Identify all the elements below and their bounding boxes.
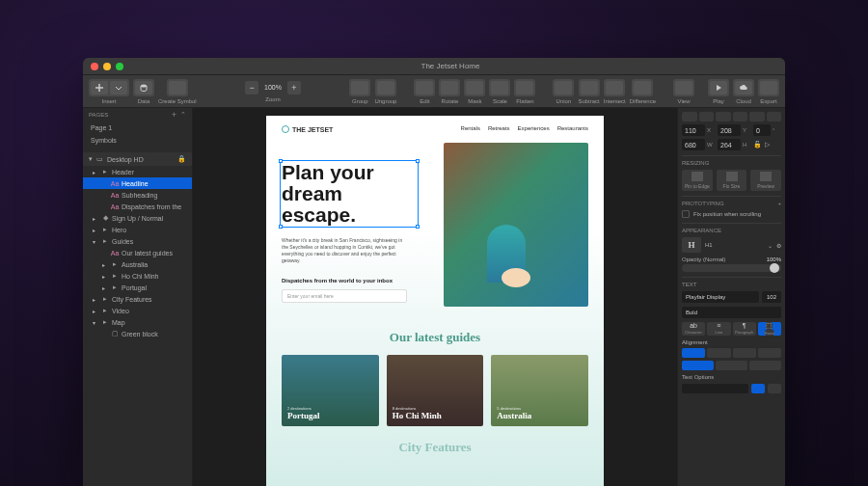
- text-valign-bottom-button[interactable]: [749, 361, 781, 370]
- text-style-select[interactable]: [682, 384, 748, 393]
- resize-handle-tr[interactable]: [416, 159, 420, 163]
- create-symbol-button[interactable]: [169, 81, 186, 94]
- font-family-select[interactable]: Playfair Display: [682, 291, 759, 303]
- layer-type-icon: ▸: [101, 307, 109, 314]
- w-input[interactable]: [682, 139, 705, 150]
- insert-dropdown-button[interactable]: [110, 81, 127, 94]
- insert-button[interactable]: [91, 81, 108, 94]
- align-center-v-button[interactable]: [749, 112, 765, 122]
- preview-button[interactable]: Preview: [750, 170, 781, 191]
- group-button[interactable]: [351, 81, 368, 94]
- text-align-justify-button[interactable]: [758, 348, 781, 358]
- zoom-out-button[interactable]: −: [245, 81, 258, 94]
- fix-scroll-checkbox[interactable]: Fix position when scrolling: [682, 210, 781, 218]
- rotation-input[interactable]: [753, 124, 771, 136]
- y-input[interactable]: [718, 124, 741, 136]
- layer-item[interactable]: ▸▸Header: [83, 166, 192, 177]
- shared-style-button[interactable]: H H1 ⌄ ⚙: [682, 237, 781, 253]
- layer-item[interactable]: AaOur latest guides: [83, 247, 192, 258]
- add-page-button[interactable]: +: [172, 110, 176, 120]
- layer-item[interactable]: ▸▸Australia: [83, 258, 192, 270]
- fixed-width-button[interactable]: ⬚Fixed: [758, 322, 781, 336]
- layer-item[interactable]: ▸▸City Features: [83, 293, 192, 305]
- view-button[interactable]: [675, 81, 692, 94]
- resize-handle-bl[interactable]: [279, 225, 283, 229]
- play-button[interactable]: [710, 81, 727, 94]
- rotate-button[interactable]: [441, 81, 458, 94]
- layer-item[interactable]: ▸▸Portugal: [83, 282, 192, 293]
- artboard-header[interactable]: ▾ ▭ Desktop HD 🔒: [83, 152, 192, 166]
- ungroup-button[interactable]: [377, 81, 394, 94]
- text-opt-b[interactable]: [768, 384, 781, 393]
- lock-aspect-icon[interactable]: 🔓: [753, 141, 762, 148]
- scale-button[interactable]: [491, 81, 508, 94]
- style-dropdown-icon[interactable]: ⌄: [768, 242, 773, 249]
- align-right-button[interactable]: [716, 112, 731, 122]
- layer-item[interactable]: ▾▸Guides: [83, 235, 192, 247]
- text-valign-middle-button[interactable]: [716, 361, 747, 370]
- layer-item[interactable]: ▸▸Video: [83, 305, 192, 316]
- close-icon[interactable]: [91, 63, 98, 70]
- line-spacing-button[interactable]: ≡Line: [707, 322, 730, 336]
- intersect-button[interactable]: [606, 81, 623, 94]
- difference-button[interactable]: [634, 81, 651, 94]
- page-item[interactable]: Symbols: [83, 134, 192, 147]
- insert-group: Insert: [89, 79, 129, 104]
- page-item[interactable]: Page 1: [83, 122, 192, 134]
- cloud-button[interactable]: [735, 81, 752, 94]
- align-left-button[interactable]: [682, 112, 697, 122]
- lock-icon[interactable]: 🔒: [177, 155, 186, 163]
- text-align-right-button[interactable]: [733, 348, 756, 358]
- layer-item[interactable]: ▸▸Ho Chi Minh: [83, 270, 192, 282]
- text-align-left-button[interactable]: [682, 348, 705, 358]
- slider-thumb[interactable]: [770, 263, 779, 273]
- canvas[interactable]: THE JETSET Rentals Retreats Experiences …: [193, 108, 677, 486]
- svg-point-0: [141, 84, 147, 87]
- resize-handle-br[interactable]: [416, 225, 420, 229]
- text-align-center-button[interactable]: [707, 348, 730, 358]
- pages-collapse-icon[interactable]: ⌃: [180, 111, 186, 119]
- headline-layer[interactable]: Plan your dream escape.: [282, 162, 417, 226]
- resize-handle-tl[interactable]: [279, 159, 283, 163]
- text-opt-a[interactable]: [751, 384, 765, 393]
- chevron-icon: ▾: [93, 238, 98, 245]
- opacity-slider[interactable]: [682, 264, 781, 272]
- text-valign-top-button[interactable]: [682, 361, 714, 370]
- layer-item[interactable]: ▢Green block: [83, 328, 192, 339]
- font-weight-select[interactable]: Bold: [682, 307, 781, 318]
- font-size-input[interactable]: 102: [762, 291, 781, 303]
- x-input[interactable]: [682, 124, 705, 136]
- export-button[interactable]: [760, 81, 777, 94]
- layer-item[interactable]: AaSubheading: [83, 189, 192, 201]
- style-options-icon[interactable]: ⚙: [776, 242, 781, 249]
- align-bottom-button[interactable]: [767, 112, 782, 122]
- pin-to-edge-button[interactable]: Pin to Edge: [682, 170, 713, 191]
- artboard[interactable]: THE JETSET Rentals Retreats Experiences …: [266, 116, 604, 486]
- chevron-icon: ▸: [102, 273, 108, 280]
- edit-button[interactable]: [416, 81, 433, 94]
- mask-button[interactable]: [466, 81, 483, 94]
- data-button[interactable]: [135, 81, 152, 94]
- layer-type-icon: Aa: [111, 179, 119, 187]
- zoom-value[interactable]: 100%: [260, 84, 285, 91]
- add-prototype-button[interactable]: +: [777, 201, 781, 206]
- union-button[interactable]: [555, 81, 572, 94]
- maximize-icon[interactable]: [116, 63, 123, 70]
- flatten-button[interactable]: [516, 81, 533, 94]
- h-input[interactable]: [718, 139, 741, 150]
- layer-item[interactable]: ▸▸Hero: [83, 224, 192, 235]
- layer-name: Video: [112, 308, 129, 314]
- layer-item[interactable]: AaHeadline: [83, 177, 192, 189]
- fix-size-button[interactable]: Fix Size: [717, 170, 747, 191]
- char-spacing-button[interactable]: abCharacter: [682, 322, 705, 336]
- minimize-icon[interactable]: [103, 63, 111, 70]
- flip-h-icon[interactable]: ▷: [765, 141, 770, 148]
- layer-item[interactable]: ▾▸Map: [83, 316, 192, 328]
- align-center-h-button[interactable]: [699, 112, 715, 122]
- zoom-in-button[interactable]: +: [287, 81, 301, 94]
- align-top-button[interactable]: [733, 112, 748, 122]
- layer-item[interactable]: AaDispatches from the: [83, 201, 192, 212]
- layer-item[interactable]: ▸◆Sign Up / Normal: [83, 212, 192, 224]
- subtract-button[interactable]: [581, 81, 598, 94]
- para-spacing-button[interactable]: ¶Paragraph: [733, 322, 756, 336]
